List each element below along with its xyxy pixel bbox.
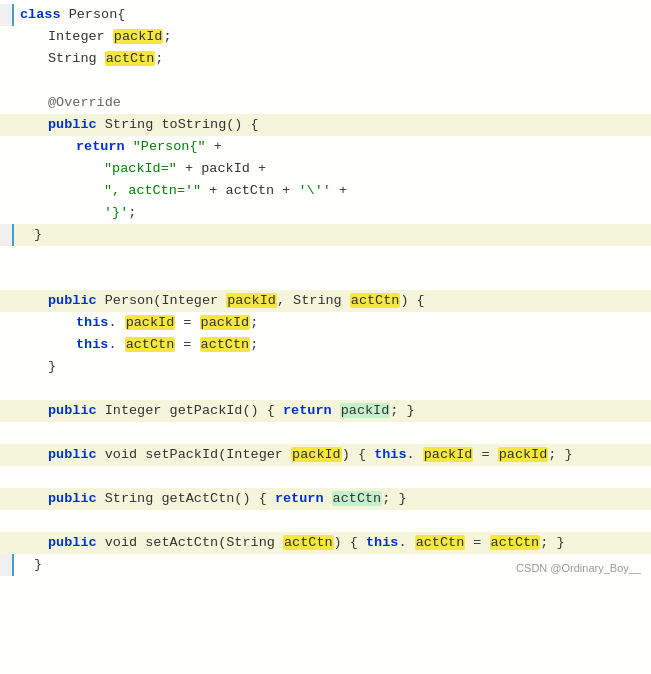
code-close-class: } xyxy=(20,554,42,576)
code-return3: ", actCtn='" + actCtn + '\'' + xyxy=(20,180,347,202)
code-blank-4 xyxy=(20,378,28,400)
line-blank-7 xyxy=(0,510,651,532)
line-getpackid: public Integer getPackId() { return pack… xyxy=(0,400,651,422)
line-close-constructor: } xyxy=(0,356,651,378)
line-return2: "packId=" + packId + xyxy=(0,158,651,180)
line-3: String actCtn; xyxy=(0,48,651,70)
line-setpackid: public void setPackId(Integer packId) { … xyxy=(0,444,651,466)
code-close-constructor: } xyxy=(20,356,56,378)
code-constructor: public Person(Integer packId, String act… xyxy=(20,290,425,312)
line-this-actctn: this. actCtn = actCtn; xyxy=(0,334,651,356)
line-blank-3 xyxy=(0,268,651,290)
code-line-1: class Person{ xyxy=(20,4,125,26)
code-blank-2 xyxy=(20,246,28,268)
line-blank-1 xyxy=(0,70,651,92)
code-getpackid: public Integer getPackId() { return pack… xyxy=(20,400,415,422)
code-tostring: public String toString() { xyxy=(20,114,259,136)
code-getactctn: public String getActCtn() { return actCt… xyxy=(20,488,407,510)
code-setpackid: public void setPackId(Integer packId) { … xyxy=(20,444,573,466)
line-1: class Person{ xyxy=(0,4,651,26)
code-setactctn: public void setActCtn(String actCtn) { t… xyxy=(20,532,565,554)
code-this-packid: this. packId = packId; xyxy=(20,312,258,334)
line-tostring: public String toString() { xyxy=(0,114,651,136)
code-blank-3 xyxy=(20,268,28,290)
gutter-1 xyxy=(0,4,14,26)
code-this-actctn: this. actCtn = actCtn; xyxy=(20,334,258,356)
code-return2: "packId=" + packId + xyxy=(20,158,266,180)
gutter-close-class xyxy=(0,554,14,576)
code-return4: '}'; xyxy=(20,202,136,224)
line-return3: ", actCtn='" + actCtn + '\'' + xyxy=(0,180,651,202)
line-blank-2 xyxy=(0,246,651,268)
code-container: class Person{ Integer packId; String act… xyxy=(0,0,651,580)
code-annotation: @Override xyxy=(20,92,121,114)
line-close-brace: } xyxy=(0,224,651,246)
code-blank-1 xyxy=(20,70,28,92)
code-line-3: String actCtn; xyxy=(20,48,163,70)
code-blank-7 xyxy=(20,510,28,532)
code-blank-6 xyxy=(20,466,28,488)
watermark: CSDN @Ordinary_Boy__ xyxy=(516,562,641,574)
line-setactctn: public void setActCtn(String actCtn) { t… xyxy=(0,532,651,554)
gutter-close xyxy=(0,224,14,246)
line-constructor: public Person(Integer packId, String act… xyxy=(0,290,651,312)
line-this-packid: this. packId = packId; xyxy=(0,312,651,334)
code-return1: return "Person{" + xyxy=(20,136,222,158)
code-line-2: Integer packId; xyxy=(20,26,172,48)
line-annotation: @Override xyxy=(0,92,651,114)
line-blank-5 xyxy=(0,422,651,444)
line-return1: return "Person{" + xyxy=(0,136,651,158)
line-blank-4 xyxy=(0,378,651,400)
code-close-brace: } xyxy=(20,224,42,246)
line-return4: '}'; xyxy=(0,202,651,224)
code-blank-5 xyxy=(20,422,28,444)
line-blank-6 xyxy=(0,466,651,488)
line-getactctn: public String getActCtn() { return actCt… xyxy=(0,488,651,510)
line-2: Integer packId; xyxy=(0,26,651,48)
